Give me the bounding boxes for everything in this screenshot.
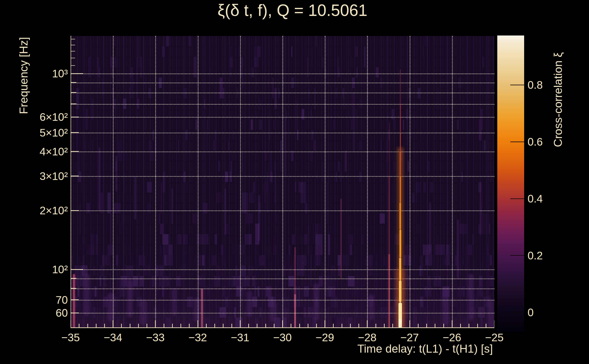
y-tick-label: 10³ — [52, 67, 68, 80]
y-tick-label: 3×10² — [39, 170, 68, 182]
y-tick-label: 2×10² — [39, 204, 68, 217]
y-tick-label: 70 — [56, 293, 68, 306]
heatmap-plot-area — [71, 36, 494, 328]
colorbar-tick — [510, 85, 524, 85]
y-tick-labels: 10³6×10²5×10²4×10²3×10²2×10²10²7060 — [0, 36, 68, 328]
y-tick-label: 60 — [56, 307, 68, 319]
x-tick-label: −27 — [400, 331, 419, 344]
x-tick-label: −33 — [146, 331, 164, 344]
y-tick-label: 4×10² — [39, 145, 68, 158]
colorbar-tick — [510, 255, 524, 256]
colorbar-tick-label: 0.6 — [528, 136, 543, 148]
x-tick-label: −29 — [315, 331, 334, 344]
x-tick-label: −32 — [189, 331, 207, 344]
figure-title: ξ(δ t, f), Q = 10.5061 — [218, 1, 367, 20]
colorbar-tick — [510, 198, 524, 199]
y-tick-label: 5×10² — [39, 126, 68, 139]
x-axis-title: Time delay: t(L1) - t(H1) [s] — [357, 342, 493, 355]
colorbar-ticks — [497, 35, 524, 332]
colorbar-tick-label: 0.2 — [528, 249, 543, 262]
y-tick-label: 10² — [52, 263, 68, 276]
colorbar-tick-labels: 0.80.60.40.20 — [528, 35, 573, 332]
cross-correlation-qscan-figure: ξ(δ t, f), Q = 10.5061 Frequency [Hz] −3… — [0, 0, 589, 364]
x-tick-label: −28 — [358, 331, 376, 344]
colorbar-tick — [510, 142, 524, 142]
colorbar-tick-label: 0.4 — [528, 192, 543, 205]
colorbar-tick — [510, 312, 524, 312]
x-tick-label: −34 — [104, 331, 122, 344]
x-tick-label: −31 — [231, 331, 249, 344]
x-tick-label: −26 — [443, 331, 461, 344]
colorbar-title: Cross-correlation ξ — [551, 52, 565, 147]
y-tick-label: 6×10² — [39, 111, 68, 123]
colorbar-tick-label: 0 — [528, 306, 534, 318]
x-tick-label: −30 — [273, 331, 292, 344]
colorbar — [497, 35, 524, 332]
axis-line-layer — [71, 36, 494, 328]
x-tick-label: −25 — [485, 331, 504, 344]
x-axis-line — [71, 327, 494, 328]
y-axis-line — [71, 36, 71, 328]
colorbar-tick-label: 0.8 — [528, 79, 543, 91]
x-tick-label: −35 — [61, 331, 80, 344]
